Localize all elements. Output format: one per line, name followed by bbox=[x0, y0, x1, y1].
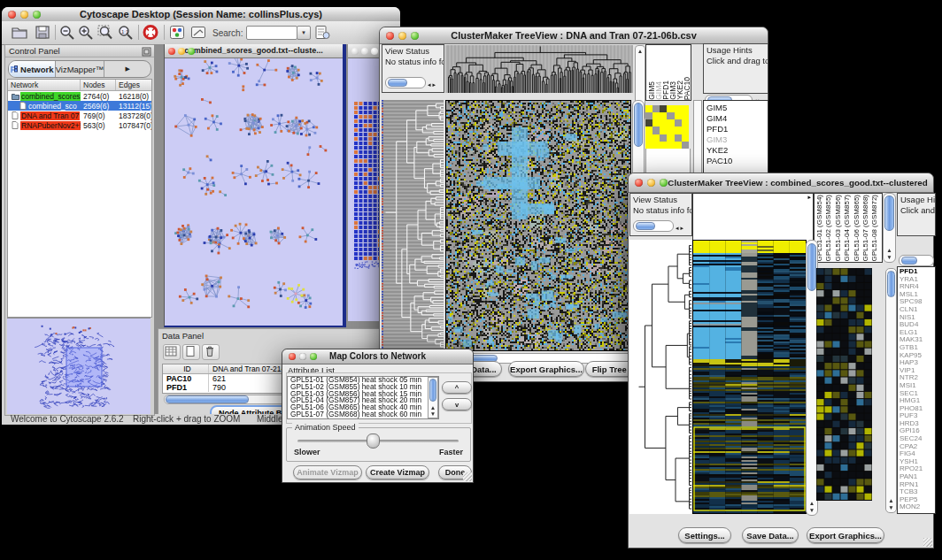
tv1-heatmap[interactable] bbox=[445, 100, 631, 351]
dialog-button-create-vizmap[interactable]: Create Vizmap bbox=[366, 465, 429, 479]
speed-slider-thumb[interactable] bbox=[367, 433, 380, 449]
scroll-arrows[interactable]: ◂▸ bbox=[428, 80, 437, 89]
dialog-button-animate-vizmap[interactable]: Animate Vizmap bbox=[293, 465, 362, 479]
close-button[interactable] bbox=[635, 179, 643, 187]
tv2-zoom-vscrollbar[interactable]: ▲▼ bbox=[885, 268, 897, 513]
tv1-status-scrollbar[interactable] bbox=[385, 77, 426, 88]
network-row[interactable]: DNA and Tran 07769(0)183728(0) bbox=[8, 111, 151, 120]
network-overview[interactable] bbox=[7, 318, 151, 414]
gene-label[interactable]: PFD1 bbox=[706, 124, 768, 134]
resize-grip[interactable] bbox=[923, 538, 932, 547]
open-file-icon[interactable] bbox=[11, 24, 28, 41]
zoom-button[interactable] bbox=[371, 48, 378, 55]
network-view[interactable] bbox=[165, 58, 338, 324]
gene-label[interactable]: PAC10 bbox=[706, 156, 768, 166]
map-dialog-titlebar[interactable]: Map Colors to Network bbox=[282, 349, 473, 364]
column-label[interactable]: PAC10 bbox=[683, 77, 691, 100]
close-button[interactable] bbox=[351, 48, 359, 55]
new-attribute-icon[interactable] bbox=[182, 344, 200, 360]
tv2-labels-vscrollbar[interactable]: ▲▼ bbox=[883, 193, 896, 263]
close-button[interactable] bbox=[168, 48, 175, 55]
close-button[interactable] bbox=[386, 32, 394, 40]
zoom-button[interactable] bbox=[310, 353, 317, 360]
splitter-arrow[interactable]: ▸ bbox=[807, 194, 811, 201]
minimize-button[interactable] bbox=[398, 32, 406, 40]
column-label[interactable]: GPL51-02 (GSM855) bbox=[824, 195, 833, 262]
zoom-in-icon[interactable] bbox=[77, 24, 95, 41]
scroll-arrows[interactable]: ◂▸ bbox=[676, 223, 685, 233]
annotation-icon[interactable] bbox=[189, 24, 207, 41]
toolbar-separator bbox=[164, 25, 165, 40]
column-label[interactable]: GPL51-03 (GSM856) bbox=[834, 195, 843, 262]
search-options-icon[interactable] bbox=[313, 24, 331, 41]
minimize-button[interactable] bbox=[20, 11, 28, 19]
column-label[interactable]: GPL51-07 (GSM868) bbox=[861, 195, 870, 262]
zoom-fit-icon[interactable]: 1:1 bbox=[117, 24, 135, 41]
matrix-cell bbox=[652, 119, 660, 127]
help-icon[interactable] bbox=[142, 24, 159, 41]
search-dropdown-arrow[interactable]: ▼ bbox=[297, 26, 311, 40]
tv2-heatmap[interactable] bbox=[692, 240, 807, 514]
network-frame-1-titlebar[interactable]: combined_scores_good.txt--cluste... bbox=[165, 44, 343, 58]
float-panel-icon[interactable] bbox=[142, 47, 151, 57]
zoom-button[interactable] bbox=[33, 11, 41, 19]
search-input[interactable] bbox=[246, 26, 297, 40]
tv2-status-scrollbar[interactable] bbox=[633, 220, 674, 232]
tab-vizmapper[interactable]: VizMapper™ bbox=[56, 61, 104, 77]
zoom-selected-icon[interactable] bbox=[97, 24, 114, 41]
minimize-button[interactable] bbox=[361, 48, 368, 55]
tv1-zoom-matrix[interactable] bbox=[645, 105, 689, 149]
minimize-button[interactable] bbox=[178, 48, 185, 55]
column-label[interactable]: GPL51-06 (GSM865) bbox=[853, 195, 861, 262]
column-label[interactable]: GPL51-04 (GSM857) bbox=[843, 195, 852, 262]
move-down-button[interactable]: v bbox=[442, 398, 472, 410]
data-col-id[interactable]: ID bbox=[163, 364, 209, 373]
column-label[interactable]: GPL51-08 (GSM872) bbox=[870, 195, 879, 262]
tab-overflow-arrow[interactable]: ▶ bbox=[104, 61, 151, 77]
tv2-column-labels: GPL51-01 (GSM854)GPL51-02 (GSM855)GPL51-… bbox=[814, 193, 883, 263]
col-nodes[interactable]: Nodes bbox=[81, 80, 116, 90]
matrix-cell bbox=[645, 134, 652, 142]
delete-attribute-icon[interactable] bbox=[202, 344, 220, 360]
close-button[interactable] bbox=[8, 11, 16, 19]
tv2-usage-scrollbar[interactable] bbox=[899, 255, 934, 266]
network-row[interactable]: combined_sco2569(6)13112(15) bbox=[8, 101, 151, 111]
minimize-button[interactable] bbox=[647, 179, 655, 187]
tv2-zoom-heatmap[interactable] bbox=[816, 268, 872, 501]
zoom-button[interactable] bbox=[411, 32, 419, 40]
gene-label[interactable]: MON2 bbox=[900, 503, 935, 511]
save-icon[interactable] bbox=[34, 24, 51, 41]
tv1-button-export-graphics-[interactable]: Export Graphics... bbox=[508, 361, 584, 377]
treeview2-titlebar[interactable]: ClusterMaker TreeView : combined_scores_… bbox=[629, 173, 933, 193]
cytoscape-titlebar[interactable]: Cytoscape Desktop (Session Name: collins… bbox=[2, 7, 400, 22]
col-edges[interactable]: Edges bbox=[116, 80, 151, 90]
col-network[interactable]: Network bbox=[8, 80, 81, 90]
zoom-button[interactable] bbox=[188, 48, 195, 55]
close-button[interactable] bbox=[289, 353, 296, 360]
gene-label[interactable]: YKE2 bbox=[706, 145, 768, 156]
network-row[interactable]: combined_scores2764(0)16218(0) bbox=[8, 91, 151, 101]
matrix-cell bbox=[667, 127, 674, 134]
tv2-button-export-graphics-[interactable]: Export Graphics... bbox=[807, 527, 884, 543]
treeview1-titlebar[interactable]: ClusterMaker TreeView : DNA and Tran 07-… bbox=[380, 27, 768, 44]
resize-grip[interactable] bbox=[463, 472, 472, 481]
tv2-row-dendrogram[interactable] bbox=[629, 240, 691, 514]
gene-label[interactable]: GIM4 bbox=[706, 113, 768, 124]
tv2-button-settings-[interactable]: Settings... bbox=[678, 527, 731, 543]
gene-label[interactable]: GIM5 bbox=[706, 103, 768, 113]
network-frame-1[interactable]: combined_scores_good.txt--cluste... bbox=[164, 44, 346, 327]
tv2-button-save-data-[interactable]: Save Data... bbox=[742, 527, 799, 543]
minimize-button[interactable] bbox=[299, 353, 306, 360]
zoom-button[interactable] bbox=[660, 179, 668, 187]
attribute-item[interactable]: GPL51-07 (GSM868) heat shock 60 min bbox=[288, 411, 438, 418]
move-up-button[interactable]: ^ bbox=[442, 381, 472, 394]
tab-network[interactable]: Network bbox=[9, 61, 56, 77]
network-row[interactable]: RNAPuberNov2+!563(0)107847(0) bbox=[8, 120, 151, 130]
zoom-out-icon[interactable] bbox=[58, 24, 76, 41]
attribute-list[interactable]: GPL51-01 (GSM854) heat shock 05 minGPL51… bbox=[287, 376, 439, 419]
tv1-row-dendrogram[interactable] bbox=[382, 100, 444, 349]
vizmapper-icon[interactable] bbox=[168, 24, 186, 41]
attribute-select-icon[interactable] bbox=[163, 344, 181, 360]
gene-label[interactable]: GIM3 bbox=[706, 134, 768, 145]
tv1-column-dendrogram[interactable] bbox=[445, 45, 633, 93]
